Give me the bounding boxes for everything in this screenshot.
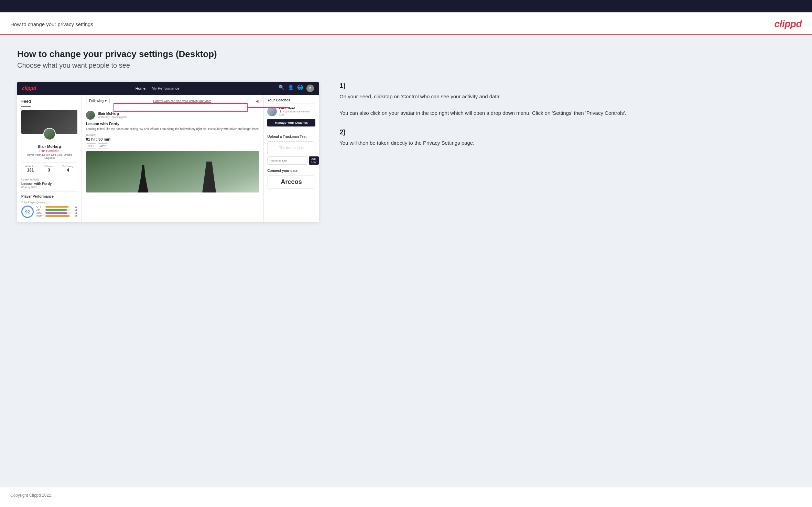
control-privacy-link[interactable]: Control who can see your activity and da… (153, 99, 212, 103)
header: How to change your privacy settings clip… (0, 12, 812, 35)
instruction-2-number: 2) (339, 128, 795, 136)
location-icon[interactable]: 🌐 (297, 85, 303, 92)
main-content: How to change your privacy settings (Des… (0, 35, 812, 487)
app-feed: Following ▾ Control who can see your act… (82, 95, 264, 222)
right-arrow-icon: ◄ (255, 98, 259, 104)
coaches-title: Your Coaches (267, 98, 315, 104)
stat-activities: Activities 131 (25, 165, 36, 173)
feed-tab[interactable]: Feed (21, 99, 31, 107)
instruction-1-number: 1) (339, 82, 795, 90)
trackman-placeholder: Trackman Link (279, 146, 304, 150)
trackman-input[interactable] (267, 156, 307, 165)
pin-icon: 📍 (279, 110, 282, 113)
post-tags: OTT APP (86, 143, 259, 148)
duration-value: 01 hr : 30 min (86, 137, 259, 141)
app-mockup-wrapper: clippd Home My Performance 🔍 👤 🌐 B (17, 82, 319, 222)
profile-stats: Activities 131 Followers 3 Following 4 (21, 162, 77, 175)
following-button[interactable]: Following ▾ (86, 98, 110, 104)
stat-followers: Followers 3 (43, 165, 54, 173)
post-author-sub: Yesterday · Sunningdale (98, 115, 127, 119)
top-bar (0, 0, 812, 12)
trackman-section: Upload a Trackman Test Trackman Link Add… (267, 135, 315, 165)
app-body: Feed Blair McHarg Plus Handicap Royal No… (17, 95, 319, 222)
feed-control-row: Following ▾ Control who can see your act… (82, 95, 263, 107)
quality-bars: OTT 90 APP 85 (36, 206, 77, 218)
trackman-title: Upload a Trackman Test (267, 135, 315, 139)
trackman-box: Trackman Link (267, 141, 315, 154)
copyright: Copyright Clippd 2022 (10, 493, 51, 498)
post-author-avatar (86, 111, 95, 120)
app-sidebar: Feed Blair McHarg Plus Handicap Royal No… (17, 95, 82, 222)
app-nav-logo: clippd (22, 86, 36, 91)
nav-link-performance[interactable]: My Performance (152, 86, 180, 90)
coach-name: David Ford (279, 107, 315, 110)
user-icon[interactable]: 👤 (288, 85, 294, 92)
feed-post: Blair McHarg Yesterday · Sunningdale Les… (82, 107, 263, 196)
post-image (86, 151, 259, 192)
post-title: Lesson with Fordy (86, 122, 259, 126)
player-performance: Player Performance Total Player Quality … (21, 191, 77, 218)
avatar-image (44, 129, 55, 140)
page-heading: How to change your privacy settings (Des… (17, 49, 795, 59)
chevron-down-icon: ▾ (105, 99, 107, 103)
avatar-icon[interactable]: B (306, 85, 314, 92)
coach-info: David Ford 📍 Royal North Devon Golf Club (279, 107, 315, 116)
tag-ott: OTT (86, 143, 96, 148)
latest-activity-label: Latest Activity (21, 178, 77, 181)
search-icon[interactable]: 🔍 (279, 85, 284, 92)
coach-row: David Ford 📍 Royal North Devon Golf Club (267, 107, 315, 116)
coach-club: 📍 Royal North Devon Golf Club (279, 110, 315, 116)
manage-coaches-button[interactable]: Manage Your Coaches (267, 119, 315, 126)
instruction-2-text: You will then be taken directly to the P… (339, 139, 795, 147)
latest-activity-date: 03 Aug 2022 (21, 186, 77, 189)
instruction-1-text: On your Feed, click/tap on 'Control who … (339, 92, 795, 117)
trackman-input-row: Add Link (267, 156, 315, 165)
latest-activity-name: Lesson with Fordy (21, 182, 77, 186)
stat-following: Following 4 (63, 165, 74, 173)
tag-app: APP (98, 143, 108, 148)
coach-avatar (267, 107, 277, 116)
nav-link-home[interactable]: Home (136, 86, 145, 90)
app-nav: clippd Home My Performance 🔍 👤 🌐 B (17, 82, 319, 95)
instructions-panel: 1) On your Feed, click/tap on 'Control w… (333, 82, 795, 158)
app-mockup: clippd Home My Performance 🔍 👤 🌐 B (17, 82, 319, 222)
bar-app: APP 85 (36, 209, 77, 211)
content-row: clippd Home My Performance 🔍 👤 🌐 B (17, 82, 795, 222)
bar-ott: OTT 90 (36, 206, 77, 208)
app-nav-icons: 🔍 👤 🌐 B (279, 85, 314, 92)
header-title: How to change your privacy settings (10, 21, 93, 27)
total-quality-label: Total Player Quality ⓘ (21, 200, 77, 204)
connect-title: Connect your data (267, 169, 315, 173)
profile-badge: Plus Handicap (21, 149, 77, 153)
instruction-1: 1) On your Feed, click/tap on 'Control w… (339, 82, 795, 117)
footer: Copyright Clippd 2022 (0, 487, 812, 503)
duration-label: Duration (86, 133, 259, 136)
app-nav-links: Home My Performance (136, 86, 180, 90)
bar-arg: ARG 86 (36, 212, 77, 214)
app-right-panel: Your Coaches David Ford 📍 Royal North De… (264, 95, 319, 222)
page-subheading: Choose what you want people to see (17, 62, 795, 69)
total-quality: 92 OTT 90 APP (21, 206, 77, 218)
bar-putt: PUTT 96 (36, 215, 77, 217)
profile-club: Royal North Devon Golf Club, United King… (21, 153, 77, 159)
connect-section: Connect your data Arccos (267, 169, 315, 189)
post-author-info: Blair McHarg Yesterday · Sunningdale (98, 112, 127, 119)
coaches-section: Your Coaches David Ford 📍 Royal North De… (267, 98, 315, 131)
profile-avatar (43, 128, 56, 140)
quality-score: 92 (21, 206, 34, 218)
pp-title: Player Performance (21, 195, 77, 198)
post-description: Looking to feel like my hands are exitin… (86, 127, 259, 131)
arccos-logo: Arccos (267, 175, 315, 189)
instruction-2: 2) You will then be taken directly to th… (339, 128, 795, 147)
post-author: Blair McHarg Yesterday · Sunningdale (86, 111, 259, 120)
logo: clippd (775, 19, 802, 30)
post-author-name: Blair McHarg (98, 112, 127, 115)
profile-name: Blair McHarg (21, 144, 77, 148)
profile-cover (21, 110, 77, 134)
add-link-button[interactable]: Add Link (309, 156, 319, 165)
